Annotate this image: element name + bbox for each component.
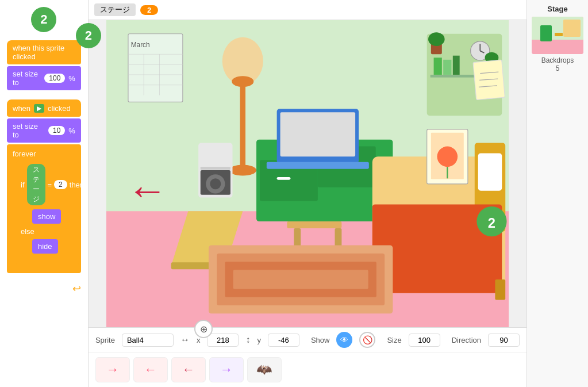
svg-rect-6 xyxy=(453,56,460,75)
set-size-label-2: set size to xyxy=(13,122,45,139)
hide-block[interactable]: hide xyxy=(32,239,58,254)
set-size-label-1: set size to xyxy=(13,70,41,87)
svg-text:2: 2 xyxy=(488,216,495,231)
stage-number-badge: 2 xyxy=(140,5,158,15)
svg-rect-45 xyxy=(478,153,502,190)
if-block: if ステージ = 2 then show else hide xyxy=(16,161,79,265)
svg-rect-5 xyxy=(443,60,451,75)
svg-text:←: ← xyxy=(126,167,167,213)
else-label: else xyxy=(16,225,79,238)
svg-point-11 xyxy=(428,32,444,46)
svg-point-24 xyxy=(232,76,253,87)
x-arrows-icon: ↔ xyxy=(180,335,190,345)
svg-text:March: March xyxy=(131,41,150,49)
stage-header: ステージ 2 xyxy=(89,0,526,20)
bottom-bar: Sprite ↔ x ↕ y Show 👁 🚫 Size Direction → xyxy=(89,327,526,387)
event-label: when this sprite clicked xyxy=(13,44,75,61)
if-header[interactable]: if ステージ = 2 then xyxy=(16,161,79,208)
size-label: Size xyxy=(387,336,401,344)
svg-rect-28 xyxy=(277,177,291,180)
middle-badge: 2 xyxy=(76,23,101,48)
svg-rect-31 xyxy=(280,112,355,156)
svg-rect-66 xyxy=(563,20,581,37)
right-panel: Stage Backdrops 5 xyxy=(526,0,588,387)
svg-point-39 xyxy=(210,178,221,189)
y-input[interactable] xyxy=(268,334,299,347)
show-block[interactable]: show xyxy=(32,209,61,224)
svg-rect-33 xyxy=(287,221,341,228)
svg-rect-68 xyxy=(555,33,563,36)
clicked-label: clicked xyxy=(48,104,71,113)
else-body: hide xyxy=(16,238,79,257)
bat-sprite-button[interactable]: 🦇 xyxy=(247,357,282,382)
num-val: 2 xyxy=(54,180,67,189)
y-label: y xyxy=(257,336,261,344)
stage-oval: ステージ xyxy=(27,164,45,205)
forever-block[interactable]: forever if ステージ = 2 then show else xyxy=(7,144,81,273)
size-value-1[interactable]: 100 xyxy=(44,74,65,83)
stage-thumb-svg xyxy=(532,17,583,54)
if-footer xyxy=(16,257,79,265)
forever-label: forever xyxy=(7,147,81,161)
stage-label: ステージ xyxy=(94,3,136,16)
svg-rect-60 xyxy=(233,270,368,289)
flag-icon: ▶ xyxy=(34,104,44,113)
arrow-left-darkpink-button[interactable]: ← xyxy=(171,357,206,382)
show-label: Show xyxy=(311,336,330,344)
sprite-label: Sprite xyxy=(95,336,115,344)
percent-label-1: % xyxy=(68,74,75,83)
arrow-buttons-row: → ← ← → 🦇 xyxy=(89,352,526,387)
direction-label: Direction xyxy=(452,336,481,344)
when-label: when xyxy=(13,104,30,113)
event-block-flag[interactable]: when ▶ clicked xyxy=(7,99,81,117)
then-label: then xyxy=(70,181,84,189)
hide-eye-button[interactable]: 🚫 xyxy=(359,332,375,348)
if-label: if xyxy=(21,181,25,189)
svg-rect-48 xyxy=(495,279,505,300)
block-group-2: when ▶ clicked set size to 10 % forever … xyxy=(7,99,81,273)
direction-input[interactable] xyxy=(488,334,520,347)
percent-label-2: % xyxy=(68,127,75,135)
if-body: show xyxy=(16,208,79,225)
stage-thumbnail[interactable] xyxy=(532,17,583,54)
size-value-2[interactable]: 10 xyxy=(48,126,65,135)
set-size-block-1[interactable]: set size to 100 % xyxy=(7,66,81,90)
arrow-right-pink-button[interactable]: → xyxy=(95,357,130,382)
size-input[interactable] xyxy=(409,334,440,347)
svg-rect-40 xyxy=(201,167,230,170)
set-size-block-2[interactable]: set size to 10 % xyxy=(7,118,81,143)
svg-point-51 xyxy=(437,147,458,167)
svg-point-25 xyxy=(229,165,256,176)
refresh-icon[interactable]: ↩ xyxy=(7,282,81,295)
svg-rect-4 xyxy=(433,58,441,75)
arrow-right-purple-button[interactable]: → xyxy=(209,357,244,382)
svg-rect-67 xyxy=(540,25,552,41)
block-group-1: when this sprite clicked set size to 100… xyxy=(7,40,81,90)
room-svg: March xyxy=(89,20,526,327)
svg-rect-53 xyxy=(473,60,505,99)
event-block-sprite-clicked[interactable]: when this sprite clicked xyxy=(7,40,81,64)
backdrops-label: Backdrops xyxy=(541,56,574,64)
badge-circle: 2 xyxy=(31,7,56,32)
x-input[interactable] xyxy=(207,334,239,347)
stage-canvas: March xyxy=(89,20,526,327)
stage-thumb-label: Stage xyxy=(547,5,567,13)
y-arrows-icon: ↕ xyxy=(245,335,250,345)
zoom-button[interactable]: ⊕ xyxy=(194,320,213,338)
sprite-info-row: Sprite ↔ x ↕ y Show 👁 🚫 Size Direction xyxy=(89,328,526,352)
arrow-left-pink-button[interactable]: ← xyxy=(133,357,168,382)
show-eye-button[interactable]: 👁 xyxy=(336,332,352,348)
equals-label: = xyxy=(48,181,52,189)
sprite-name-input[interactable] xyxy=(122,334,174,347)
svg-rect-22 xyxy=(240,82,245,170)
backdrops-count: 5 xyxy=(556,64,560,72)
forever-footer xyxy=(7,265,81,271)
blocks-panel: 2 when this sprite clicked set size to 1… xyxy=(0,0,89,387)
svg-rect-32 xyxy=(267,162,369,169)
